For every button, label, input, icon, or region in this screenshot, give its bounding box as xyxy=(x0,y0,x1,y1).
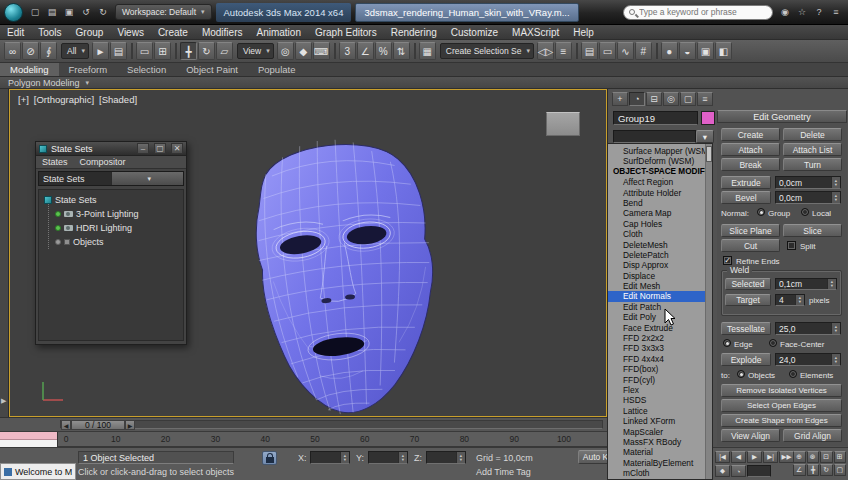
unlink-selection-icon[interactable]: ⊘ xyxy=(22,42,39,60)
menu-item[interactable]: Create xyxy=(151,27,195,38)
zoom-all-icon[interactable]: ⊛ xyxy=(807,451,820,463)
create-button[interactable]: Create xyxy=(721,128,780,141)
menu-item[interactable]: Rendering xyxy=(384,27,444,38)
y-coordinate-field[interactable]: ▴▾ xyxy=(368,451,408,464)
search-box[interactable] xyxy=(623,5,773,20)
menu-item[interactable]: Customize xyxy=(444,27,505,38)
zoom-extents-all-icon[interactable]: ⊞ xyxy=(834,451,847,463)
select-and-scale-icon[interactable]: ▱ xyxy=(216,42,233,60)
spin-down-icon[interactable]: ▾ xyxy=(835,198,837,202)
modifier-item[interactable]: Flex xyxy=(608,385,712,395)
modifier-list-scrollbar[interactable] xyxy=(705,144,712,479)
modifier-item[interactable]: MassFX RBody xyxy=(608,437,712,447)
redo-icon[interactable]: ↻ xyxy=(95,5,111,20)
scrollbar-thumb[interactable] xyxy=(706,146,712,162)
scrollbar-track[interactable] xyxy=(705,144,712,479)
layer-manager-icon[interactable]: ▤ xyxy=(581,42,598,60)
modifier-item[interactable]: Edit Normals xyxy=(608,291,712,301)
select-and-manipulate-icon[interactable]: ◆ xyxy=(295,42,312,60)
modifier-item[interactable]: HSDS xyxy=(608,395,712,405)
extrude-button[interactable]: Extrude xyxy=(721,176,771,189)
open-file-icon[interactable]: ▤ xyxy=(44,5,60,20)
x-coordinate-field[interactable]: ▴▾ xyxy=(310,451,350,464)
menu-item[interactable]: Graph Editors xyxy=(308,27,384,38)
menu-item[interactable]: MAXScript xyxy=(505,27,566,38)
face-center-label[interactable]: Face-Center xyxy=(780,340,824,349)
field-of-view-icon[interactable]: ∠ xyxy=(793,464,806,476)
modifier-item[interactable]: DeletePatch xyxy=(608,250,712,260)
previous-frame-icon[interactable]: ◀ xyxy=(731,451,746,463)
viewport-shading-label[interactable]: [Shaded] xyxy=(99,94,137,105)
record-state-icon[interactable] xyxy=(55,225,61,231)
maximize-viewport-icon[interactable]: ▢ xyxy=(834,464,847,476)
objects-label[interactable]: Objects xyxy=(748,371,775,380)
listener-macro-line[interactable] xyxy=(0,432,57,440)
previous-frame-nub-icon[interactable]: ◀ xyxy=(61,420,71,430)
workspace-dropdown[interactable]: Workspace: Default ▾ xyxy=(115,4,212,20)
record-state-icon[interactable] xyxy=(55,239,61,245)
maximize-icon[interactable]: ▢ xyxy=(154,143,166,154)
time-slider-value[interactable]: 0 / 100 xyxy=(71,420,125,430)
go-to-start-icon[interactable]: |◀ xyxy=(715,451,730,463)
modifier-item[interactable]: Affect Region xyxy=(608,177,712,187)
spin-down-icon[interactable]: ▾ xyxy=(402,458,404,462)
percent-snap-icon[interactable]: % xyxy=(375,42,392,60)
rendered-frame-icon[interactable]: ▣ xyxy=(697,42,714,60)
menu-item[interactable]: Tools xyxy=(31,27,68,38)
modifier-item[interactable]: Disp Approx xyxy=(608,260,712,270)
modifier-item[interactable]: Camera Map xyxy=(608,208,712,218)
split-checkbox[interactable] xyxy=(787,241,796,250)
modifier-item[interactable]: Surface Mapper (WSM) xyxy=(608,146,712,156)
undo-icon[interactable]: ↺ xyxy=(78,5,94,20)
split-label[interactable]: Split xyxy=(800,242,816,251)
selection-lock-toggle[interactable] xyxy=(262,451,277,465)
schematic-view-icon[interactable]: # xyxy=(635,42,652,60)
modifier-item[interactable]: Edit Mesh xyxy=(608,281,712,291)
edge-label[interactable]: Edge xyxy=(734,340,753,349)
elements-label[interactable]: Elements xyxy=(800,371,833,380)
maxscript-mini-listener[interactable] xyxy=(0,432,58,448)
user-icon[interactable]: ◉ xyxy=(777,5,793,20)
cut-button[interactable]: Cut xyxy=(721,239,780,252)
break-button[interactable]: Break xyxy=(721,158,780,171)
weld-selected-button[interactable]: Selected xyxy=(725,278,771,290)
modifier-item[interactable]: Material xyxy=(608,447,712,457)
play-icon[interactable]: ▶ xyxy=(747,451,762,463)
explode-elements-radio[interactable] xyxy=(789,370,797,378)
rectangular-selection-icon[interactable]: ▭ xyxy=(136,42,153,60)
utilities-tab-icon[interactable]: ≡ xyxy=(697,92,713,106)
next-frame-nub-icon[interactable]: ▶ xyxy=(125,420,135,430)
menu-item[interactable]: Edit xyxy=(0,27,31,38)
menu-icon[interactable]: ≡ xyxy=(828,5,844,20)
ribbon-tab[interactable]: Freeform xyxy=(59,63,118,76)
state-sets-title-bar[interactable]: State Sets – ▢ ✕ xyxy=(36,142,186,156)
modifier-item[interactable]: Lattice xyxy=(608,406,712,416)
slice-button[interactable]: Slice xyxy=(783,224,842,237)
snap-toggle-icon[interactable]: 3 xyxy=(339,42,356,60)
menu-item[interactable]: Views xyxy=(110,27,151,38)
modifier-item[interactable]: FFD(box) xyxy=(608,364,712,374)
modifier-item[interactable]: MaterialByElement xyxy=(608,458,712,468)
spin-down-icon[interactable]: ▾ xyxy=(835,360,837,364)
menu-item[interactable]: Help xyxy=(566,27,601,38)
state-sets-window[interactable]: State Sets – ▢ ✕ States Compositor State… xyxy=(35,141,187,345)
spinner-arrows[interactable]: ▴▾ xyxy=(456,452,465,463)
spinner-arrows[interactable]: ▴▾ xyxy=(340,452,349,463)
pan-icon[interactable]: ╋ xyxy=(807,464,820,476)
use-pivot-center-icon[interactable]: ◎ xyxy=(277,42,294,60)
ribbon-tab[interactable]: Selection xyxy=(117,63,176,76)
select-and-link-icon[interactable]: ∞ xyxy=(4,42,21,60)
explode-spinner[interactable]: 24,0 ▴▾ xyxy=(775,353,841,366)
menu-item[interactable]: Animation xyxy=(249,27,307,38)
object-color-swatch[interactable] xyxy=(701,111,715,125)
normal-local-radio[interactable] xyxy=(801,208,809,216)
material-editor-icon[interactable]: ● xyxy=(661,42,678,60)
tessellate-edge-radio[interactable] xyxy=(723,339,731,347)
delete-button[interactable]: Delete xyxy=(783,128,842,141)
go-to-end-icon[interactable]: ▶▶ xyxy=(779,451,794,463)
normal-group-radio[interactable] xyxy=(757,208,765,216)
menu-item[interactable]: Group xyxy=(69,27,111,38)
save-file-icon[interactable]: ▣ xyxy=(61,5,77,20)
spinner-arrows[interactable]: ▴▾ xyxy=(831,177,840,188)
named-selection-sets-icon[interactable]: ▦ xyxy=(419,42,436,60)
